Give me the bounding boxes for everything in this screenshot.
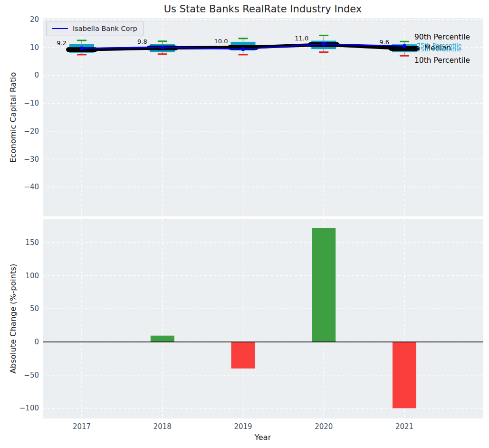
x-tick-label: 2019 (234, 422, 252, 431)
median-value-annotation: 9.2 (57, 39, 67, 47)
y-tick-label-top: −30 (24, 155, 39, 164)
y-tick-label-top: −40 (24, 183, 39, 191)
y-tick-label-bottom: 0 (34, 338, 39, 346)
y-axis-label-top: Economic Capital Ratio (9, 72, 18, 163)
side-label-25th-percentile: 25th Percentile (417, 46, 461, 53)
y-tick-label-top: 0 (34, 71, 39, 79)
y-tick-label-bottom: 150 (25, 238, 39, 247)
median-value-annotation: 10.0 (214, 37, 228, 44)
change-bar-2018 (151, 336, 174, 342)
y-axis-label-bottom: Absolute Change (%-points) (9, 264, 18, 374)
x-tick-label: 2018 (153, 422, 172, 431)
x-tick-label: 2020 (315, 422, 333, 431)
y-tick-label-top: −20 (24, 127, 39, 136)
y-tick-label-top: −10 (24, 99, 39, 107)
y-tick-label-top: 20 (30, 15, 39, 24)
y-tick-label-top: 10 (30, 43, 39, 52)
side-label-90th-percentile: 90th Percentile (414, 33, 470, 41)
legend: Isabella Bank Corp (46, 21, 144, 36)
legend-line-icon (52, 28, 68, 29)
change-bar-2021 (393, 342, 416, 408)
chart-title: Us State Banks RealRate Industry Index (164, 3, 362, 15)
median-value-annotation: 11.0 (295, 34, 308, 41)
legend-label: Isabella Bank Corp (73, 25, 137, 32)
median-value-annotation: 9.8 (137, 38, 147, 45)
change-bar-2019 (231, 342, 255, 369)
side-label-10th-percentile: 10th Percentile (414, 56, 470, 65)
bar-chart-svg (43, 219, 483, 419)
x-tick-label: 2017 (73, 422, 91, 431)
y-tick-label-bottom: 50 (30, 304, 39, 313)
figure: Us State Banks RealRate Industry Index E… (0, 0, 489, 448)
x-tick-label: 2021 (395, 422, 413, 431)
change-bar-2020 (312, 228, 336, 342)
x-axis-label: Year (255, 433, 271, 442)
median-value-annotation: 9.6 (379, 39, 389, 46)
y-tick-label-bottom: −50 (24, 371, 39, 380)
y-tick-label-bottom: 100 (25, 272, 39, 280)
y-tick-label-bottom: −100 (19, 404, 39, 412)
